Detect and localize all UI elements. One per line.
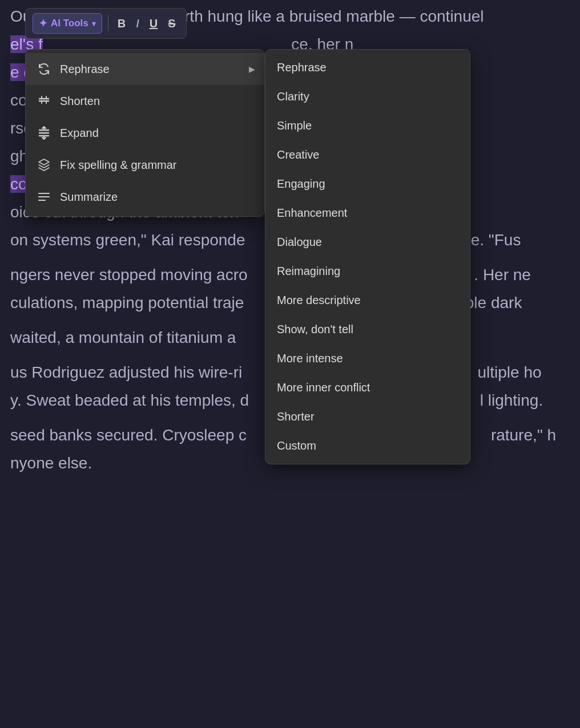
shorten-icon bbox=[36, 93, 52, 109]
sub-item-creative[interactable]: Creative bbox=[265, 140, 470, 169]
sub-item-shorter-label: Shorter bbox=[277, 410, 315, 423]
menu-item-rephrase-label: Rephrase bbox=[60, 63, 110, 76]
menu-item-summarize[interactable]: Summarize bbox=[26, 181, 264, 213]
bold-button[interactable]: B bbox=[114, 15, 129, 33]
sub-item-more-inner-conflict[interactable]: More inner conflict bbox=[265, 373, 470, 402]
menu-item-fix-spelling-label: Fix spelling & grammar bbox=[60, 159, 177, 172]
underline-button[interactable]: U bbox=[146, 15, 161, 33]
sub-item-dialogue-label: Dialogue bbox=[277, 236, 322, 249]
sub-item-clarity[interactable]: Clarity bbox=[265, 82, 470, 111]
sub-item-custom-label: Custom bbox=[277, 439, 316, 452]
sub-item-clarity-label: Clarity bbox=[277, 90, 309, 103]
sub-item-shorter[interactable]: Shorter bbox=[265, 402, 470, 431]
sub-item-simple-label: Simple bbox=[277, 119, 312, 132]
sub-item-more-intense-label: More intense bbox=[277, 352, 343, 365]
sub-item-more-descriptive-label: More descriptive bbox=[277, 294, 361, 307]
menu-item-fix-spelling[interactable]: Fix spelling & grammar bbox=[26, 149, 264, 181]
rephrase-icon bbox=[36, 61, 52, 77]
sub-item-show-dont-tell-label: Show, don't tell bbox=[277, 323, 353, 336]
main-dropdown: Rephrase ▶ Shorten bbox=[25, 49, 265, 217]
sub-item-more-intense[interactable]: More intense bbox=[265, 344, 470, 373]
sub-item-reimagining-label: Reimagining bbox=[277, 265, 340, 278]
sub-item-engaging[interactable]: Engaging bbox=[265, 169, 470, 199]
fix-spelling-icon bbox=[36, 157, 52, 173]
sub-item-more-descriptive[interactable]: More descriptive bbox=[265, 286, 470, 315]
ai-tools-label: AI Tools bbox=[51, 18, 88, 29]
sub-dropdown: Rephrase Clarity Simple Creative Engagin… bbox=[265, 49, 470, 464]
sub-item-rephrase[interactable]: Rephrase bbox=[265, 53, 470, 82]
sub-item-dialogue[interactable]: Dialogue bbox=[265, 228, 470, 257]
sub-item-custom[interactable]: Custom bbox=[265, 431, 470, 460]
sub-item-rephrase-label: Rephrase bbox=[277, 61, 327, 74]
menu-item-shorten[interactable]: Shorten bbox=[26, 85, 264, 117]
sub-item-show-dont-tell[interactable]: Show, don't tell bbox=[265, 315, 470, 344]
summarize-icon bbox=[36, 189, 52, 205]
expand-icon bbox=[36, 125, 52, 141]
menu-item-shorten-label: Shorten bbox=[60, 95, 100, 108]
menu-item-expand[interactable]: Expand bbox=[26, 117, 264, 149]
menu-item-expand-label: Expand bbox=[60, 127, 99, 140]
sub-item-creative-label: Creative bbox=[277, 148, 319, 161]
rephrase-arrow-icon: ▶ bbox=[249, 64, 255, 74]
menu-item-rephrase[interactable]: Rephrase ▶ bbox=[26, 53, 264, 85]
sub-item-simple[interactable]: Simple bbox=[265, 111, 470, 140]
sub-item-reimagining[interactable]: Reimagining bbox=[265, 257, 470, 286]
sub-item-enhancement-label: Enhancement bbox=[277, 207, 347, 220]
sub-item-engaging-label: Engaging bbox=[277, 177, 325, 191]
menu-item-summarize-label: Summarize bbox=[60, 191, 118, 204]
toolbar: ✦ AI Tools ▾ B I U S bbox=[25, 8, 187, 39]
sub-item-more-inner-conflict-label: More inner conflict bbox=[277, 381, 370, 394]
italic-button[interactable]: I bbox=[132, 15, 143, 33]
ai-tools-button[interactable]: ✦ AI Tools ▾ bbox=[33, 13, 102, 34]
toolbar-separator bbox=[108, 15, 108, 31]
sub-item-enhancement[interactable]: Enhancement bbox=[265, 199, 470, 228]
sparkle-icon: ✦ bbox=[39, 17, 47, 30]
chevron-down-icon: ▾ bbox=[92, 19, 96, 28]
strikethrough-button[interactable]: S bbox=[164, 15, 179, 33]
